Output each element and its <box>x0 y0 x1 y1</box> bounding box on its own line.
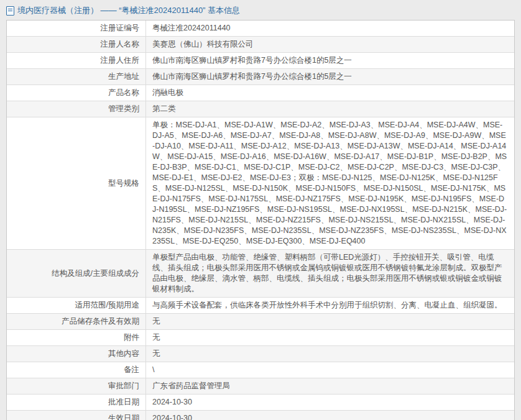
row-value: 第二类 <box>146 101 514 117</box>
row-label: 附件 <box>7 330 146 345</box>
row-label: 管理类别 <box>7 101 146 117</box>
row-value: 与高频手术设备配套，供临床各类开放性外科手术中分别用于组织切割、分离、电凝止血、… <box>146 298 514 313</box>
page-header: 境内医疗器械（注册） —— “粤械注准20242011440” 基本信息 <box>0 0 521 20</box>
row-label: 注册人住所 <box>7 53 146 68</box>
table-row-other-content: 其他内容 无 <box>7 346 514 362</box>
row-label: 型号规格 <box>7 117 146 249</box>
row-label: 备注 <box>7 362 146 378</box>
document-icon <box>6 6 14 16</box>
row-label: 批准日期 <box>7 395 146 410</box>
row-value: 无 <box>146 314 514 329</box>
table-row-intended-use: 适用范围/预期用途 与高频手术设备配套，供临床各类开放性外科手术中分别用于组织切… <box>7 298 514 314</box>
table-row-management-class: 管理类别 第二类 <box>7 101 514 117</box>
table-row-storage-validity: 产品储存条件及有效期 无 <box>7 314 514 330</box>
row-value: \ <box>146 362 514 378</box>
row-label: 生产地址 <box>7 69 146 84</box>
table-row-model-specifications: 型号规格 单极：MSE-DJ-A1、MSE-DJ-A1W、MSE-DJ-A2、M… <box>7 117 514 250</box>
row-value: 单极：MSE-DJ-A1、MSE-DJ-A1W、MSE-DJ-A2、MSE-DJ… <box>146 117 514 249</box>
table-row-certificate-number: 注册证编号 粤械注准20242011440 <box>7 21 514 37</box>
row-label: 产品名称 <box>7 85 146 101</box>
registration-info-table: 注册证编号 粤械注准20242011440 注册人名称 美赛恩（佛山）科技有限公… <box>6 20 515 420</box>
row-value: 无 <box>146 346 514 362</box>
row-value: 佛山市南海区狮山镇罗村和贵路7号办公综合楼1的5层之一 <box>146 53 514 68</box>
row-label: 审批部门 <box>7 378 146 394</box>
row-value: 单极型产品由电极、功能管、绝缘管、塑料柄部（可带LED光源灯）、手控按钮开关、吸… <box>146 250 514 297</box>
row-value: 粤械注准20242011440 <box>146 21 514 36</box>
row-label: 其他内容 <box>7 346 146 362</box>
table-row-attachments: 附件 无 <box>7 330 514 346</box>
row-value: 美赛恩（佛山）科技有限公司 <box>146 37 514 52</box>
table-row-structure-composition: 结构及组成/主要组成成分 单极型产品由电极、功能管、绝缘管、塑料柄部（可带LED… <box>7 250 514 298</box>
table-row-product-name: 产品名称 消融电极 <box>7 85 514 101</box>
row-label: 产品储存条件及有效期 <box>7 314 146 329</box>
row-label: 注册人名称 <box>7 37 146 52</box>
table-row-production-address: 生产地址 佛山市南海区狮山镇罗村和贵路7号办公综合楼1的5层之一 <box>7 69 514 85</box>
table-row-remarks: 备注 \ <box>7 362 514 378</box>
table-row-registrant-name: 注册人名称 美赛恩（佛山）科技有限公司 <box>7 37 514 53</box>
row-value: 佛山市南海区狮山镇罗村和贵路7号办公综合楼1的5层之一 <box>146 69 514 84</box>
row-value: 2024-10-30 <box>146 395 514 410</box>
page-title: 境内医疗器械（注册） —— “粤械注准20242011440” 基本信息 <box>17 5 240 16</box>
table-row-registrant-address: 注册人住所 佛山市南海区狮山镇罗村和贵路7号办公综合楼1的5层之一 <box>7 53 514 69</box>
row-value: 2024-10-30 <box>146 411 514 420</box>
table-row-approval-date: 批准日期 2024-10-30 <box>7 395 514 411</box>
row-label: 结构及组成/主要组成成分 <box>7 250 146 297</box>
row-value: 广东省药品监督管理局 <box>146 378 514 394</box>
row-label: 适用范围/预期用途 <box>7 298 146 313</box>
row-value: 无 <box>146 330 514 345</box>
row-label: 注册证编号 <box>7 21 146 36</box>
row-label: 生效日期 <box>7 411 146 420</box>
row-value: 消融电极 <box>146 85 514 101</box>
table-row-approval-department: 审批部门 广东省药品监督管理局 <box>7 378 514 395</box>
table-row-effective-date: 生效日期 2024-10-30 <box>7 411 514 420</box>
